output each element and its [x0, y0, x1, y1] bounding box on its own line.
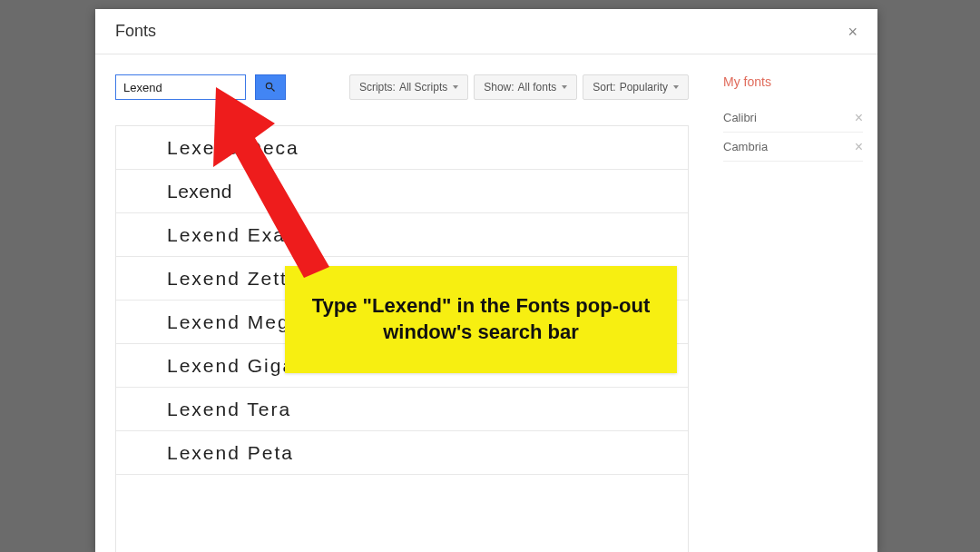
filter-label: Scripts:	[359, 81, 396, 94]
annotation-text: Type "Lexend" in the Fonts pop-out windo…	[305, 293, 657, 345]
chevron-down-icon	[453, 85, 458, 89]
dialog-header: Fonts ×	[95, 9, 877, 54]
filter-value: All fonts	[518, 81, 557, 94]
list-item[interactable]: Lexend	[116, 170, 688, 213]
list-item[interactable]: Lexend Peta	[116, 431, 688, 475]
chevron-down-icon	[562, 85, 567, 89]
my-font-item: Cambria ×	[723, 133, 863, 162]
filter-label: Sort:	[593, 81, 615, 94]
remove-font-button[interactable]: ×	[855, 111, 863, 125]
dialog-title: Fonts	[115, 22, 156, 41]
filter-scripts[interactable]: Scripts: All Scripts	[349, 74, 468, 100]
filter-value: Popularity	[620, 81, 668, 94]
filter-group: Scripts: All Scripts Show: All fonts Sor…	[349, 74, 689, 100]
search-button[interactable]	[255, 74, 286, 100]
filter-label: Show:	[484, 81, 514, 94]
filter-sort[interactable]: Sort: Popularity	[583, 74, 689, 100]
chevron-down-icon	[673, 85, 679, 89]
controls-row: Scripts: All Scripts Show: All fonts Sor…	[115, 74, 689, 100]
remove-font-button[interactable]: ×	[855, 140, 863, 154]
app-backdrop: Fonts × Scripts: All Scripts	[0, 0, 980, 552]
close-button[interactable]: ×	[848, 24, 858, 40]
list-item[interactable]: Lexend Deca	[116, 126, 688, 170]
search-icon	[264, 81, 277, 94]
filter-show[interactable]: Show: All fonts	[474, 74, 577, 100]
list-item[interactable]: Lexend Tera	[116, 388, 688, 431]
my-font-item: Calibri ×	[723, 104, 863, 133]
my-fonts-title: My fonts	[723, 74, 863, 89]
my-font-name: Calibri	[723, 111, 757, 124]
search-input[interactable]	[115, 74, 246, 100]
annotation-callout: Type "Lexend" in the Fonts pop-out windo…	[285, 266, 677, 373]
list-item[interactable]: Lexend Exa	[116, 213, 688, 257]
my-font-name: Cambria	[723, 140, 768, 153]
my-fonts-sidebar: My fonts Calibri × Cambria ×	[709, 54, 877, 552]
filter-value: All Scripts	[399, 81, 447, 94]
